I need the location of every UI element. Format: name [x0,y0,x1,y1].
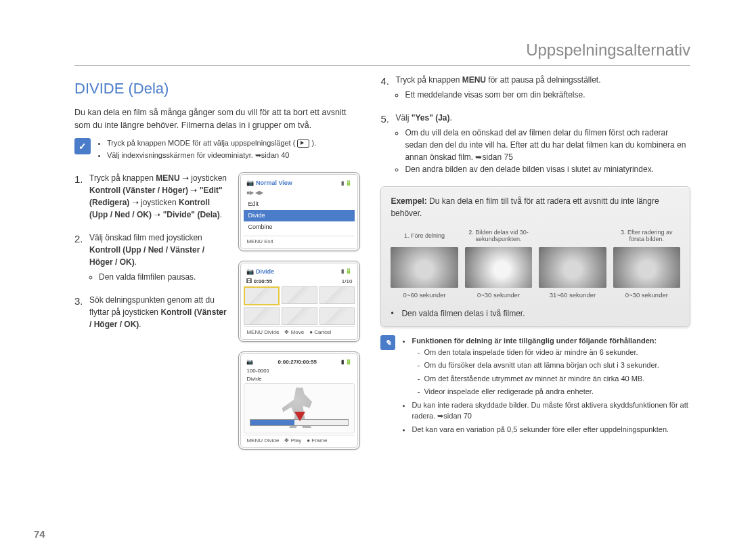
two-column-layout: DIVIDE (Dela) Du kan dela en film så mån… [74,74,690,450]
section-heading: DIVIDE (Dela) [74,78,360,100]
step: 4. Tryck på knappen MENU för att pausa p… [380,74,690,101]
example-item: 31~60 sekunder [539,226,606,300]
page-number: 74 [34,528,45,540]
intro-paragraph: Du kan dela en film så många gånger som … [74,106,360,132]
header-title: Uppspelningsalternativ [526,41,690,59]
lcd-thumbnail-grid: 📷 Divide▮ 🔋 🎞 0:00:551/10 MENU Divide✥ M… [238,261,360,342]
thumb-flower-icon [465,247,532,288]
right-column: 4. Tryck på knappen MENU för att pausa p… [380,74,690,450]
prerequisite-list: Tryck på knappen MODE för att välja upps… [97,138,316,163]
example-item: 1. Före delning 0~60 sekunder [391,226,458,300]
lcd-illustrations: 📷 Normal View▮ 🔋 ■▶ ◀▶ Edit Divide Combi… [238,172,360,450]
example-result: Den valda filmen delas i två filmer. [391,308,680,320]
note-icon: ✎ [380,335,395,350]
note-box: ✎ Funktionen för delning är inte tillgän… [380,335,690,437]
menu-item-combine: Combine [244,221,355,233]
example-box: Exempel: Du kan dela en film till två fö… [380,186,690,327]
thumb-cactus-icon [391,247,458,288]
prerequisite-box: ✓ Tryck på knappen MODE för att välja up… [74,138,360,163]
step: 3. Sök delningspunkten genom att du flyt… [74,294,227,330]
check-icon: ✓ [74,138,91,154]
playhead-marker-icon [294,412,305,421]
menu-item-divide: Divide [244,210,355,221]
thumb-cactus-icon [613,247,680,288]
page-header: Uppspelningsalternativ [74,41,690,66]
steps-right: 4. Tryck på knappen MENU för att pausa p… [380,74,690,175]
lcd-menu-edit: 📷 Normal View▮ 🔋 ■▶ ◀▶ Edit Divide Combi… [238,172,360,251]
prereq-item: Välj indexvisningsskärmen för videominia… [107,150,316,161]
thumbnail-selected [244,286,280,305]
thumb-cactus-icon [539,247,606,288]
step-body: Tryck på knappen MENU ➝ joysticken Kontr… [89,172,227,221]
timeline-bar [250,419,349,426]
steps-left: 1. Tryck på knappen MENU ➝ joysticken Ko… [74,172,227,330]
manual-page: Uppspelningsalternativ DIVIDE (Dela) Du … [0,0,731,560]
lcd-divide-timeline: 📷0:00:27/0:00:55▮ 🔋 100-0001Divide MENU … [238,351,360,450]
step: 5. Välj "Yes" (Ja). Om du vill dela en o… [380,112,690,175]
playback-mode-icon [297,139,309,148]
prereq-item: Tryck på knappen MODE för att välja upps… [107,138,316,149]
example-item: 3. Efter radering av första bilden. 0~30… [613,226,680,300]
example-label: Exempel: [391,196,426,206]
step: 2. Välj önskad film med joysticken Kontr… [74,232,227,283]
note-list: Funktionen för delning är inte tillgängl… [402,335,690,437]
menu-item-edit: Edit [244,198,355,210]
step: 1. Tryck på knappen MENU ➝ joysticken Ko… [74,172,227,221]
left-column: DIVIDE (Dela) Du kan dela en film så mån… [74,74,360,450]
example-thumbnails: 1. Före delning 0~60 sekunder 2. Bilden … [391,226,680,300]
example-item: 2. Bilden delas vid 30-sekundspunkten. 0… [465,226,532,300]
